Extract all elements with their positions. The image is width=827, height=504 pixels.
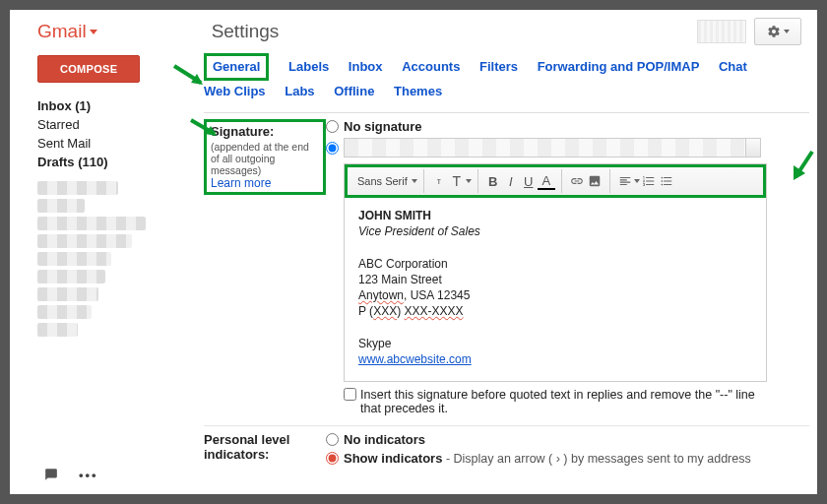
- no-indicators-option[interactable]: No indicators: [326, 432, 809, 447]
- bold-button[interactable]: B: [484, 172, 502, 190]
- tab-labs[interactable]: Labs: [285, 81, 314, 102]
- show-indicators-option[interactable]: Show indicators - Display an arrow ( › )…: [326, 451, 809, 466]
- bullet-list-button[interactable]: [658, 172, 675, 190]
- compose-button[interactable]: COMPOSE: [37, 55, 140, 83]
- insert-before-option[interactable]: Insert this signature before quoted text…: [344, 388, 767, 415]
- account-info[interactable]: [697, 20, 746, 43]
- settings-gear-button[interactable]: [754, 18, 801, 45]
- sidebar-item-inbox[interactable]: Inbox (1): [37, 96, 172, 115]
- signature-identity-select[interactable]: [344, 138, 761, 158]
- annotation-arrow-icon: [187, 116, 223, 142]
- chevron-down-icon: [784, 30, 790, 33]
- indicator-label: Personal level indicators:: [204, 432, 326, 470]
- align-button[interactable]: [616, 172, 634, 190]
- tab-chat[interactable]: Chat: [719, 56, 747, 78]
- tab-filters[interactable]: Filters: [479, 56, 518, 78]
- numbered-list-button[interactable]: [640, 172, 658, 190]
- font-size-select[interactable]: тT: [424, 169, 478, 193]
- chat-icon[interactable]: [43, 468, 59, 484]
- sidebar-item-sent[interactable]: Sent Mail: [37, 134, 172, 153]
- italic-button[interactable]: I: [502, 172, 520, 190]
- gmail-logo-text: Gmail: [37, 21, 87, 42]
- signature-textarea[interactable]: JOHN SMITH Vice President of Sales ABC C…: [345, 198, 766, 381]
- gear-icon: [767, 25, 781, 38]
- show-indicators-radio[interactable]: [326, 452, 339, 465]
- annotation-arrow-icon: [788, 148, 817, 187]
- gmail-logo[interactable]: Gmail: [37, 21, 97, 42]
- tab-forwarding[interactable]: Forwarding and POP/IMAP: [538, 56, 700, 78]
- tab-labels[interactable]: Labels: [288, 56, 329, 78]
- tab-inbox[interactable]: Inbox: [349, 56, 383, 78]
- sidebar-nav: Inbox (1) Starred Sent Mail Drafts (110): [37, 96, 172, 171]
- image-button[interactable]: [586, 172, 604, 190]
- more-icon[interactable]: •••: [79, 468, 98, 484]
- tab-webclips[interactable]: Web Clips: [204, 81, 266, 102]
- settings-tabs: General Labels Inbox Accounts Filters Fo…: [204, 45, 809, 110]
- sidebar-item-starred[interactable]: Starred: [37, 115, 172, 134]
- underline-button[interactable]: U: [520, 172, 538, 190]
- page-title: Settings: [212, 21, 280, 42]
- insert-before-checkbox[interactable]: [344, 388, 356, 401]
- editor-toolbar: Sans Serif тT B I U A: [345, 164, 766, 198]
- link-button[interactable]: [568, 172, 586, 190]
- text-color-button[interactable]: A: [538, 172, 555, 190]
- signature-label: Signature: (appended at the end of all o…: [204, 119, 326, 415]
- no-indicators-radio[interactable]: [326, 433, 339, 446]
- no-signature-option[interactable]: No signature: [326, 119, 809, 134]
- tab-general[interactable]: General: [204, 53, 269, 81]
- tab-accounts[interactable]: Accounts: [402, 56, 460, 78]
- no-signature-radio[interactable]: [326, 120, 339, 133]
- sidebar-item-drafts[interactable]: Drafts (110): [37, 153, 172, 171]
- learn-more-link[interactable]: Learn more: [211, 176, 271, 190]
- signature-radio[interactable]: [326, 142, 339, 155]
- signature-url[interactable]: www.abcwebsite.com: [358, 352, 472, 366]
- annotation-arrow-icon: [169, 61, 209, 91]
- font-family-select[interactable]: Sans Serif: [351, 169, 424, 193]
- tab-themes[interactable]: Themes: [394, 81, 442, 102]
- tab-offline[interactable]: Offline: [334, 81, 374, 102]
- dropdown-triangle-icon: [90, 30, 97, 34]
- sidebar-more: [37, 181, 172, 337]
- signature-editor: Sans Serif тT B I U A: [344, 163, 767, 382]
